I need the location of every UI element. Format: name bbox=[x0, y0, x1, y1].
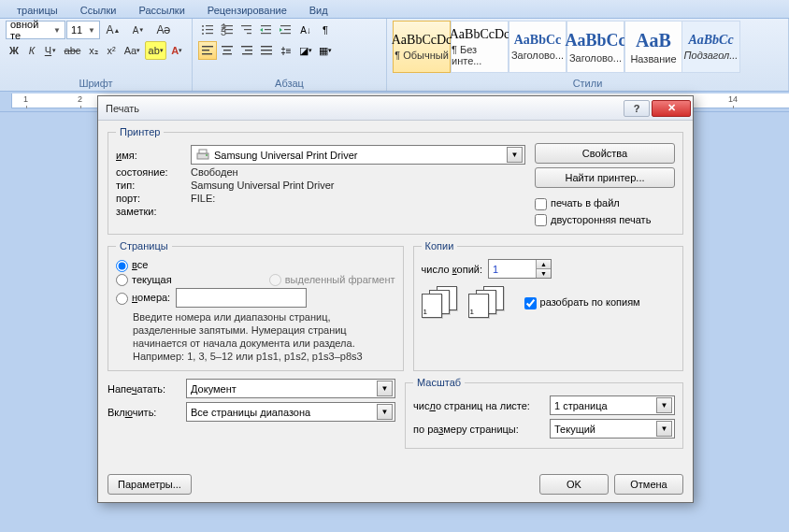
svg-point-2 bbox=[202, 29, 204, 31]
cancel-button[interactable]: Отмена bbox=[614, 474, 683, 495]
pages-all-radio[interactable]: все bbox=[116, 259, 148, 272]
find-printer-button[interactable]: Найти принтер... bbox=[535, 167, 675, 188]
dialog-titlebar[interactable]: Печать ? ✕ bbox=[98, 96, 693, 121]
tab-review[interactable]: Рецензирование bbox=[196, 3, 298, 18]
highlight-button[interactable]: ab▾ bbox=[145, 41, 167, 60]
strike-button[interactable]: abc bbox=[61, 41, 84, 60]
properties-button[interactable]: Свойства bbox=[535, 143, 675, 164]
svg-rect-25 bbox=[223, 50, 231, 50]
svg-rect-15 bbox=[261, 25, 271, 26]
style-label: ¶ Обычный bbox=[394, 50, 449, 61]
printer-name-combo[interactable]: Samsung Universal Print Driver ▼ bbox=[191, 145, 525, 165]
style-heading1[interactable]: AaBbCcЗаголово... bbox=[509, 21, 567, 73]
tab-view[interactable]: Вид bbox=[298, 3, 339, 18]
indent-increase-button[interactable] bbox=[277, 21, 295, 39]
params-button[interactable]: Параметры... bbox=[108, 474, 192, 495]
shrink-font-button[interactable]: A▼ bbox=[126, 21, 151, 39]
print-to-file-label: печать в файл bbox=[551, 197, 620, 208]
borders-button[interactable]: ▦▾ bbox=[316, 41, 335, 60]
italic-button[interactable]: К bbox=[23, 41, 40, 60]
style-subtitle[interactable]: AaBbCcПодзагол... bbox=[682, 21, 740, 73]
collate-checkbox[interactable]: разобрать по копиям bbox=[524, 296, 640, 309]
print-what-combo[interactable]: Документ▼ bbox=[186, 379, 395, 398]
shrink-font-icon: A▼ bbox=[130, 22, 147, 38]
font-name-combo[interactable]: овной те▼ bbox=[6, 21, 65, 39]
sort-button[interactable]: A↓ bbox=[296, 21, 315, 39]
shading-button[interactable]: ◪▾ bbox=[296, 41, 315, 60]
copies-spinner[interactable]: 1 ▲▼ bbox=[488, 259, 552, 279]
pages-numbers-input[interactable] bbox=[176, 288, 307, 308]
grow-font-button[interactable]: A▲ bbox=[101, 21, 125, 39]
change-case-button[interactable]: Aa▾ bbox=[121, 41, 144, 60]
style-nospacing[interactable]: AaBbCcDc¶ Без инте... bbox=[451, 21, 509, 73]
subscript-button[interactable]: x₂ bbox=[85, 41, 102, 60]
indent-decrease-button[interactable] bbox=[257, 21, 276, 39]
align-center-button[interactable] bbox=[218, 41, 237, 60]
help-icon: ? bbox=[634, 103, 640, 114]
close-icon: ✕ bbox=[667, 102, 676, 114]
clear-format-button[interactable]: Aә bbox=[151, 21, 176, 39]
printer-status-label: состояние: bbox=[116, 166, 185, 178]
pages-numbers-radio[interactable]: номера: bbox=[116, 292, 170, 305]
tab-pagelayout[interactable]: траницы bbox=[6, 3, 69, 18]
svg-rect-29 bbox=[242, 53, 252, 54]
style-sample: AaBbCcDc bbox=[392, 33, 452, 48]
numbering-button[interactable]: 123 bbox=[218, 21, 237, 39]
printer-type-value: Samsung Universal Print Driver bbox=[191, 180, 334, 191]
styles-gallery[interactable]: AaBbCcDc¶ Обычный AaBbCcDc¶ Без инте... … bbox=[393, 21, 782, 73]
style-heading2[interactable]: AaBbCcЗаголово... bbox=[567, 21, 624, 73]
align-right-button[interactable] bbox=[237, 41, 256, 60]
bullets-button[interactable] bbox=[198, 21, 217, 39]
print-to-file-checkbox[interactable]: печать в файл bbox=[535, 197, 675, 210]
spin-up-icon[interactable]: ▲ bbox=[536, 260, 551, 269]
multilevel-button[interactable] bbox=[237, 21, 256, 39]
chevron-down-icon[interactable]: ▼ bbox=[507, 147, 523, 163]
svg-point-35 bbox=[206, 154, 208, 156]
underline-button[interactable]: Ч▾ bbox=[41, 41, 60, 60]
style-label: Подзагол... bbox=[684, 50, 739, 61]
include-combo[interactable]: Все страницы диапазона▼ bbox=[186, 402, 395, 422]
ok-button[interactable]: OK bbox=[539, 474, 609, 495]
tab-references[interactable]: Ссылки bbox=[69, 3, 128, 18]
fit-combo[interactable]: Текущий▼ bbox=[550, 419, 675, 439]
svg-rect-12 bbox=[241, 25, 251, 26]
print-what-label: Напечатать: bbox=[108, 383, 180, 395]
pages-current-radio[interactable]: текущая bbox=[116, 274, 172, 287]
fit-label: по размеру страницы: bbox=[413, 424, 544, 435]
style-title[interactable]: AaBНазвание bbox=[624, 21, 682, 73]
printer-name-label: имя: bbox=[116, 150, 185, 161]
font-color-button[interactable]: A▾ bbox=[167, 41, 186, 60]
chevron-down-icon[interactable]: ▼ bbox=[377, 381, 393, 396]
align-left-button[interactable] bbox=[198, 41, 217, 60]
style-label: Заголово... bbox=[511, 50, 564, 61]
help-button[interactable]: ? bbox=[624, 100, 650, 117]
svg-point-4 bbox=[202, 33, 204, 35]
svg-rect-24 bbox=[222, 46, 233, 47]
show-marks-button[interactable]: ¶ bbox=[316, 21, 335, 39]
line-spacing-button[interactable]: ‡≡ bbox=[277, 41, 295, 60]
tab-mailings[interactable]: Рассылки bbox=[127, 3, 195, 18]
spin-down-icon[interactable]: ▼ bbox=[536, 269, 551, 278]
style-normal[interactable]: AaBbCcDc¶ Обычный bbox=[393, 21, 451, 73]
dialog-title: Печать bbox=[106, 103, 139, 114]
duplex-checkbox[interactable]: двусторонняя печать bbox=[535, 214, 675, 227]
italic-icon: К bbox=[29, 45, 35, 56]
chevron-down-icon[interactable]: ▼ bbox=[656, 397, 672, 413]
font-size-combo[interactable]: 11▼ bbox=[66, 21, 100, 39]
svg-rect-27 bbox=[241, 46, 252, 47]
chevron-down-icon: ▾ bbox=[52, 47, 56, 54]
bold-button[interactable]: Ж bbox=[6, 41, 22, 60]
superscript-button[interactable]: x² bbox=[103, 41, 120, 60]
printer-name-value: Samsung Universal Print Driver bbox=[214, 150, 357, 161]
svg-rect-5 bbox=[206, 33, 213, 34]
per-sheet-combo[interactable]: 1 страница▼ bbox=[550, 395, 675, 415]
svg-rect-31 bbox=[261, 50, 272, 50]
chevron-down-icon[interactable]: ▼ bbox=[656, 421, 672, 437]
close-button[interactable]: ✕ bbox=[652, 100, 691, 117]
align-justify-button[interactable] bbox=[257, 41, 276, 60]
svg-rect-23 bbox=[202, 53, 212, 54]
chevron-down-icon[interactable]: ▼ bbox=[377, 404, 393, 420]
svg-rect-17 bbox=[261, 33, 271, 34]
copies-count-label: число копий: bbox=[422, 264, 482, 275]
svg-rect-22 bbox=[202, 50, 209, 50]
